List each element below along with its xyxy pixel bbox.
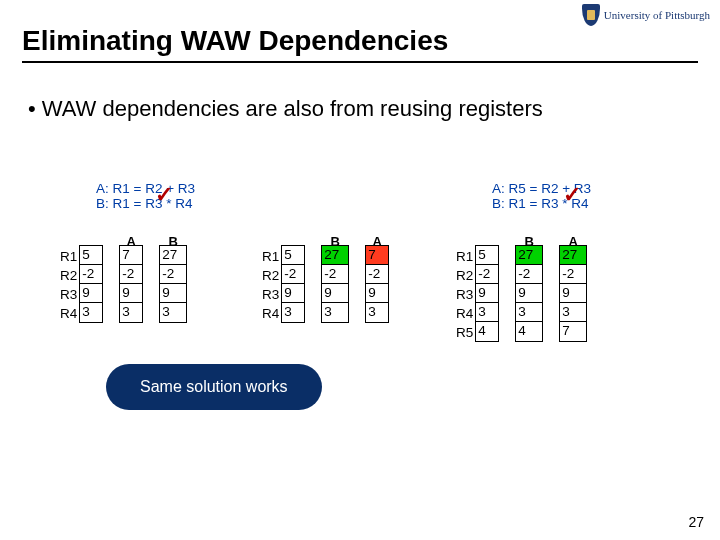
bullet-text: • WAW dependencies are also from reusing… bbox=[28, 95, 680, 123]
page-title: Eliminating WAW Dependencies bbox=[22, 25, 698, 57]
cell: -2 bbox=[282, 265, 304, 284]
register-table-original: R1 R2 R3 R4 5 -2 9 3 A 7 -2 9 3 B 27 -2 … bbox=[60, 245, 187, 323]
cell: -2 bbox=[160, 265, 186, 284]
cell: 9 bbox=[282, 284, 304, 303]
row-label: R2 bbox=[262, 266, 279, 285]
cell: -2 bbox=[366, 265, 388, 284]
row-label: R1 bbox=[60, 247, 77, 266]
value-column: B 27 -2 9 3 bbox=[159, 245, 187, 323]
cell: 9 bbox=[120, 284, 142, 303]
check-icon bbox=[155, 186, 175, 206]
cell: 9 bbox=[322, 284, 348, 303]
cell: 4 bbox=[516, 322, 542, 341]
row-labels: R1 R2 R3 R4 bbox=[60, 247, 77, 323]
page-number: 27 bbox=[688, 514, 704, 530]
cell: 3 bbox=[80, 303, 102, 322]
cell: 3 bbox=[120, 303, 142, 322]
title-block: Eliminating WAW Dependencies bbox=[22, 25, 698, 63]
cell: 7 bbox=[560, 322, 586, 341]
value-column: A 27 -2 9 3 7 bbox=[559, 245, 587, 342]
cell: 9 bbox=[560, 284, 586, 303]
col-label: A bbox=[565, 234, 581, 249]
cell: 3 bbox=[282, 303, 304, 322]
title-underline bbox=[22, 61, 698, 63]
row-label: R1 bbox=[456, 247, 473, 266]
row-label: R3 bbox=[262, 285, 279, 304]
institution-name: University of Pittsburgh bbox=[604, 9, 710, 21]
cell: -2 bbox=[120, 265, 142, 284]
row-labels: R1 R2 R3 R4 R5 bbox=[456, 247, 473, 342]
cell: 9 bbox=[476, 284, 498, 303]
row-label: R5 bbox=[456, 323, 473, 342]
cell: -2 bbox=[80, 265, 102, 284]
cell: 3 bbox=[322, 303, 348, 322]
cell: 3 bbox=[366, 303, 388, 322]
cell: 9 bbox=[160, 284, 186, 303]
cell: 4 bbox=[476, 322, 498, 341]
value-column: B 27 -2 9 3 4 bbox=[515, 245, 543, 342]
cell: 3 bbox=[516, 303, 542, 322]
check-icon bbox=[563, 186, 583, 206]
code-line: A: R1 = R2 + R3 bbox=[96, 181, 195, 196]
col-label: A bbox=[369, 234, 385, 249]
row-label: R4 bbox=[60, 304, 77, 323]
cell: 3 bbox=[476, 303, 498, 322]
row-label: R3 bbox=[60, 285, 77, 304]
cell: -2 bbox=[560, 265, 586, 284]
col-label: B bbox=[327, 234, 343, 249]
value-column: 5 -2 9 3 bbox=[281, 245, 305, 323]
cell: -2 bbox=[516, 265, 542, 284]
cell: 9 bbox=[366, 284, 388, 303]
cell: 5 bbox=[282, 246, 304, 265]
cell: 3 bbox=[560, 303, 586, 322]
shield-icon bbox=[582, 4, 600, 26]
callout-bubble: Same solution works bbox=[106, 364, 322, 410]
cell: 3 bbox=[160, 303, 186, 322]
code-block-before: A: R1 = R2 + R3 B: R1 = R3 * R4 bbox=[96, 181, 195, 211]
row-labels: R1 R2 R3 R4 bbox=[262, 247, 279, 323]
institution-logo: University of Pittsburgh bbox=[582, 4, 710, 26]
value-column: A 7 -2 9 3 bbox=[119, 245, 143, 323]
value-column: B 27 -2 9 3 bbox=[321, 245, 349, 323]
cell: -2 bbox=[322, 265, 348, 284]
row-label: R4 bbox=[262, 304, 279, 323]
col-label: B bbox=[521, 234, 537, 249]
cell: 5 bbox=[476, 246, 498, 265]
cell: 9 bbox=[516, 284, 542, 303]
row-label: R4 bbox=[456, 304, 473, 323]
register-table-reversed: R1 R2 R3 R4 5 -2 9 3 B 27 -2 9 3 A 7 -2 … bbox=[262, 245, 389, 323]
code-line: B: R1 = R3 * R4 bbox=[96, 196, 195, 211]
value-column: A 7 -2 9 3 bbox=[365, 245, 389, 323]
col-label: A bbox=[123, 234, 139, 249]
row-label: R2 bbox=[456, 266, 473, 285]
value-column: 5 -2 9 3 4 bbox=[475, 245, 499, 342]
cell: 9 bbox=[80, 284, 102, 303]
row-label: R3 bbox=[456, 285, 473, 304]
cell: -2 bbox=[476, 265, 498, 284]
row-label: R2 bbox=[60, 266, 77, 285]
cell: 5 bbox=[80, 246, 102, 265]
value-column: 5 -2 9 3 bbox=[79, 245, 103, 323]
register-table-renamed: R1 R2 R3 R4 R5 5 -2 9 3 4 B 27 -2 9 3 4 … bbox=[456, 245, 587, 342]
col-label: B bbox=[165, 234, 181, 249]
row-label: R1 bbox=[262, 247, 279, 266]
